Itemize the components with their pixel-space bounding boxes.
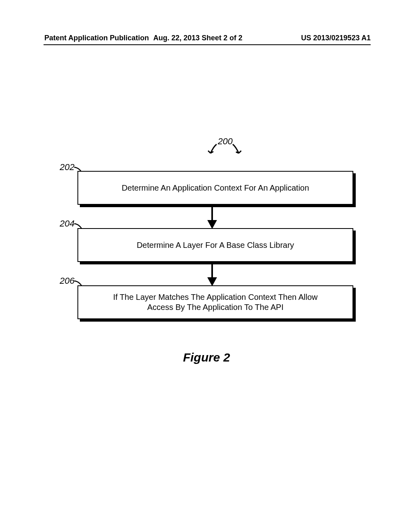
reference-numeral-202: 202 (60, 162, 75, 172)
flow-step-204-text: Determine A Layer For A Base Class Libra… (137, 240, 294, 250)
arrow-204-to-206-head-icon (207, 277, 217, 286)
header-mid-text: Aug. 22, 2013 Sheet 2 of 2 (153, 34, 242, 42)
flow-step-206-text-line2: Access By The Application To The API (147, 302, 284, 312)
flow-step-202-text: Determine An Application Context For An … (122, 183, 309, 193)
leader-arrows-200-icon (198, 140, 247, 160)
header-rule (44, 44, 371, 45)
flow-step-206-text-line1: If The Layer Matches The Application Con… (113, 292, 318, 302)
reference-numeral-206: 206 (60, 276, 75, 286)
header-left-text: Patent Application Publication (44, 34, 149, 42)
figure-caption: Figure 2 (0, 351, 413, 364)
arrow-202-to-204-shaft (211, 206, 213, 221)
arrow-202-to-204-head-icon (207, 220, 217, 229)
header-right-text: US 2013/0219523 A1 (301, 34, 371, 42)
page: Patent Application Publication Aug. 22, … (0, 0, 413, 532)
flow-step-206: If The Layer Matches The Application Con… (77, 285, 353, 319)
flow-step-202: Determine An Application Context For An … (77, 171, 353, 205)
arrow-204-to-206-shaft (211, 264, 213, 278)
flow-step-204: Determine A Layer For A Base Class Libra… (77, 228, 353, 262)
reference-numeral-204: 204 (60, 218, 75, 229)
